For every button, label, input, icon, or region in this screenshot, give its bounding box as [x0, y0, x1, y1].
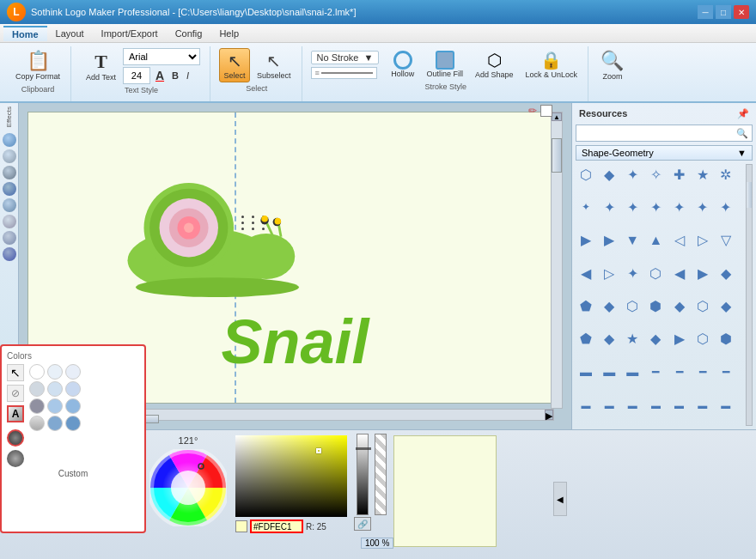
outline-fill-button[interactable]: Outline Fill	[423, 49, 466, 80]
menu-config[interactable]: Config	[167, 27, 211, 40]
bold-button[interactable]: B	[169, 70, 181, 82]
shape-star4[interactable]: ✦	[622, 164, 643, 185]
shape-e4[interactable]: ▬	[645, 395, 666, 416]
expand-button[interactable]: ◀	[553, 482, 567, 516]
shape-a6[interactable]: ▶	[692, 263, 713, 283]
shape-r1[interactable]: ✦	[576, 197, 596, 217]
effect-circle-6[interactable]	[3, 215, 16, 228]
effect-circle-7[interactable]	[3, 231, 16, 245]
color-white[interactable]	[29, 364, 45, 380]
shape-c7[interactable]: ⬢	[716, 329, 736, 349]
lock-unlock-button[interactable]: 🔒 Lock & UnLock	[521, 48, 581, 81]
brightness-slider[interactable]	[357, 434, 369, 515]
effect-circle-4[interactable]	[3, 182, 16, 196]
color-blue3[interactable]	[47, 416, 63, 431]
subselect-button[interactable]: ↖ Subselect	[253, 49, 295, 82]
close-button[interactable]: ✕	[734, 5, 749, 19]
shape-b4[interactable]: ⬢	[645, 296, 666, 317]
shape-c4[interactable]: ◆	[645, 329, 666, 349]
font-size-input[interactable]	[123, 67, 150, 84]
shape-tri-up[interactable]: ▲	[645, 230, 666, 251]
shape-cross[interactable]: ✚	[669, 164, 690, 185]
hex-color-input[interactable]	[250, 520, 303, 533]
shape-c5[interactable]: ▶	[669, 329, 690, 349]
shape-e7[interactable]: ▬	[716, 395, 736, 416]
color-light-gray[interactable]	[29, 381, 45, 397]
shape-d1[interactable]: ▬	[576, 362, 596, 382]
effect-circle-3[interactable]	[3, 166, 16, 179]
shape-diamond[interactable]: ◆	[599, 164, 619, 185]
effect-circle-1[interactable]	[3, 133, 16, 147]
color-blue1[interactable]	[47, 381, 63, 397]
shape-c3[interactable]: ★	[622, 329, 643, 349]
color-wheel[interactable]	[149, 449, 227, 526]
copy-format-button[interactable]: 📋 Copy Format	[12, 48, 64, 83]
shape-hexagon[interactable]: ⬡	[576, 164, 596, 185]
cursor-icon[interactable]: ↖	[7, 364, 24, 381]
resources-search[interactable]: 🔍	[576, 125, 753, 142]
resources-search-input[interactable]	[580, 128, 736, 138]
link-button[interactable]: 🔗	[354, 517, 371, 531]
add-text-button[interactable]: T Add Text	[82, 49, 119, 83]
shape-r4[interactable]: ✦	[645, 197, 666, 217]
shape-c1[interactable]: ⬟	[576, 329, 596, 349]
alpha-slider[interactable]	[375, 434, 387, 515]
shape-a1[interactable]: ◀	[576, 263, 596, 283]
shape-e5[interactable]: ▬	[669, 395, 690, 416]
menu-help[interactable]: Help	[210, 27, 247, 40]
color-dgray[interactable]	[29, 416, 45, 431]
effect-circle-5[interactable]	[3, 198, 16, 212]
add-shape-button[interactable]: ⬡ Add Shape	[472, 48, 517, 81]
shape-arrow-d[interactable]: ▼	[622, 230, 643, 251]
shape-e1[interactable]: ▬	[576, 395, 596, 416]
shape-star4o[interactable]: ✧	[645, 164, 666, 185]
shape-b5[interactable]: ◆	[669, 296, 690, 317]
shape-r6[interactable]: ✦	[692, 197, 713, 217]
shape-b1[interactable]: ⬟	[576, 296, 596, 317]
color-blue2[interactable]	[47, 398, 63, 414]
v-scrollbar[interactable]: ▲	[551, 112, 563, 409]
shape-e6[interactable]: ▬	[692, 395, 713, 416]
color-lblue[interactable]	[47, 364, 63, 380]
zoom-button[interactable]: 🔍 Zoom	[597, 48, 628, 82]
color-blue5[interactable]	[65, 398, 81, 414]
shape-r7[interactable]: ✦	[716, 197, 736, 217]
color-square[interactable]	[540, 105, 552, 117]
menu-layout[interactable]: Layout	[47, 27, 93, 40]
shape-r3[interactable]: ✦	[622, 197, 643, 217]
color-gradient-picker[interactable]	[235, 435, 347, 517]
shape-d5[interactable]: ━	[669, 362, 690, 382]
shape-b2[interactable]: ◆	[599, 296, 619, 317]
pattern-fill-icon[interactable]	[7, 450, 24, 467]
shape-star5[interactable]: ★	[692, 164, 713, 185]
shape-a3[interactable]: ✦	[622, 263, 643, 283]
menu-home[interactable]: Home	[3, 26, 47, 41]
search-icon[interactable]: 🔍	[736, 128, 748, 139]
shape-r5[interactable]: ✦	[669, 197, 690, 217]
gradient-fill-icon[interactable]	[7, 429, 24, 447]
pencil-icon[interactable]: ✏	[528, 105, 537, 117]
shape-a5[interactable]: ◀	[669, 263, 690, 283]
color-lblue2[interactable]	[65, 364, 81, 380]
no-color-icon[interactable]: ⊘	[7, 385, 24, 402]
color-blue4[interactable]	[65, 381, 81, 397]
titlebar-controls[interactable]: ─ □ ✕	[698, 5, 749, 19]
shape-e2[interactable]: ▬	[599, 395, 619, 416]
effect-circle-2[interactable]	[3, 149, 16, 163]
shape-b6[interactable]: ⬡	[692, 296, 713, 317]
shape-d4[interactable]: ━	[645, 362, 666, 382]
shape-b7[interactable]: ◆	[716, 296, 736, 317]
shape-b3[interactable]: ⬡	[622, 296, 643, 317]
shape-d3[interactable]: ▬	[622, 362, 643, 382]
no-stroke-dropdown[interactable]: No Stroke ▼	[311, 51, 380, 64]
shape-r2[interactable]: ✦	[599, 197, 619, 217]
select-button[interactable]: ↖ Select	[219, 48, 250, 82]
text-fill-icon[interactable]: A	[7, 405, 24, 422]
shape-c6[interactable]: ⬡	[692, 329, 713, 349]
text-color-button[interactable]: A	[153, 68, 167, 83]
resources-dropdown[interactable]: Shape-Geometry ▼	[576, 145, 753, 161]
font-name-select[interactable]: Arial	[123, 48, 200, 65]
effect-circle-8[interactable]	[3, 247, 16, 261]
color-gray[interactable]	[29, 398, 45, 414]
shape-d7[interactable]: ━	[716, 362, 736, 382]
